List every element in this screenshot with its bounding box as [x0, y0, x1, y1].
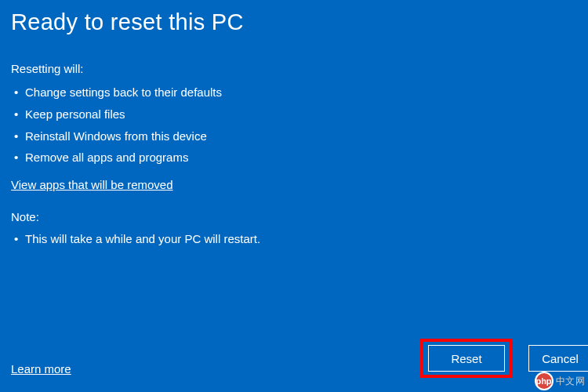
cancel-button[interactable]: Cancel: [528, 345, 588, 372]
list-item: Keep personal files: [11, 103, 577, 125]
list-item: Remove all apps and programs: [11, 147, 577, 169]
reset-button[interactable]: Reset: [428, 345, 505, 372]
button-row: Reset Cancel: [420, 339, 588, 378]
resetting-heading: Resetting will:: [11, 62, 577, 75]
dialog-title: Ready to reset this PC: [11, 9, 577, 35]
list-item: Change settings back to their defaults: [11, 82, 577, 103]
list-item: Reinstall Windows from this device: [11, 125, 577, 147]
learn-more-link[interactable]: Learn more: [11, 362, 71, 376]
footer: Learn more: [11, 362, 71, 376]
list-item: This will take a while and your PC will …: [11, 228, 577, 250]
note-list: This will take a while and your PC will …: [11, 228, 577, 250]
resetting-list: Change settings back to their defaults K…: [11, 82, 577, 169]
cancel-wrap: Cancel: [528, 345, 588, 372]
dialog-content: Ready to reset this PC Resetting will: C…: [0, 0, 588, 250]
view-apps-link[interactable]: View apps that will be removed: [11, 178, 173, 191]
reset-highlight: Reset: [420, 339, 513, 378]
note-heading: Note:: [11, 210, 577, 223]
